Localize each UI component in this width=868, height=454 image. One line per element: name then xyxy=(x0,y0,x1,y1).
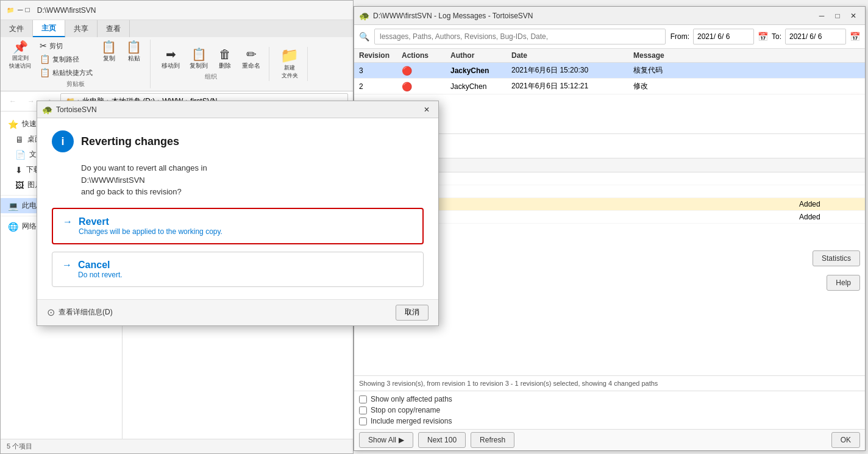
minimize-btn[interactable]: ─ xyxy=(18,5,23,15)
dialog-message: Do you want to revert all changes in D:\… xyxy=(81,162,424,198)
new-folder-btn[interactable]: 📁 新建文件夹 xyxy=(277,47,302,81)
pin-icon: 📌 xyxy=(13,41,28,53)
checkbox-stop-copy[interactable] xyxy=(359,406,367,414)
checkbox-merged-label: Include merged revisions xyxy=(371,417,452,425)
from-label: From: xyxy=(671,32,689,41)
copy-icon: 📋 xyxy=(101,41,116,53)
paste-shortcut-btn[interactable]: 📋 粘贴快捷方式 xyxy=(37,66,95,79)
pin-btn[interactable]: 📌 固定到快速访问 xyxy=(5,40,35,71)
ok-btn[interactable]: OK xyxy=(831,432,860,448)
dialog-close-btn[interactable]: ✕ xyxy=(420,103,433,116)
date-calendar-to[interactable]: 📅 xyxy=(850,32,860,41)
folder-icon: 📁 xyxy=(5,5,15,15)
help-btn[interactable]: Help xyxy=(827,275,860,291)
next-100-btn[interactable]: Next 100 xyxy=(418,432,466,448)
rename-btn[interactable]: ✏ 重命名 xyxy=(238,47,264,71)
downloads-icon: ⬇ xyxy=(15,165,23,175)
restore-btn[interactable]: □ xyxy=(26,5,30,15)
show-all-btn[interactable]: Show All ▶ xyxy=(359,432,413,448)
copy-btn[interactable]: 📋 复制 xyxy=(98,40,120,64)
cancel-close-btn[interactable]: 取消 xyxy=(396,305,429,321)
organize-group-label: 组织 xyxy=(205,73,217,81)
revert-sub-text: Changes will be applied to the working c… xyxy=(79,227,413,236)
paste-icon: 📋 xyxy=(126,41,141,53)
explorer-title: D:\WWW\firstSVN xyxy=(37,6,96,15)
ribbon-group-organize: ➡ 移动到 📋 复制到 🗑 删除 ✏ 重命名 xyxy=(158,47,269,81)
delete-label: 删除 xyxy=(219,62,231,70)
clipboard-items: 📌 固定到快速访问 ✂ 剪切 📋 复制路径 📋 xyxy=(5,40,145,79)
paste-shortcut-label: 粘贴快捷方式 xyxy=(52,68,93,77)
cancel-sub-text: Do not revert. xyxy=(78,271,413,279)
date-range: From: 📅 To: 📅 xyxy=(671,29,860,44)
col-revision-header: Revision xyxy=(359,51,402,60)
restore-window-btn[interactable]: □ xyxy=(831,9,844,23)
tab-share[interactable]: 共享 xyxy=(65,20,98,37)
checkbox-affected-paths[interactable] xyxy=(359,395,367,403)
svn-footer: Show All ▶ Next 100 Refresh OK xyxy=(354,429,865,450)
log-row-1[interactable]: 2 🔴 JackyChen 2021年6月6日 15:12:21 修改 xyxy=(354,79,865,94)
close-window-btn[interactable]: ✕ xyxy=(847,9,860,23)
move-btn[interactable]: ➡ 移动到 xyxy=(158,47,183,71)
svn-title-bar: 🐢 D:\WWW\firstSVN - Log Messages - Torto… xyxy=(354,7,865,25)
svn-status-text-area: Showing 3 revision(s), from revision 1 t… xyxy=(354,376,865,391)
sidebar-network-label: 网络 xyxy=(22,221,37,232)
path-name-1: /.hta... xyxy=(371,187,860,196)
log-date-1: 2021年6月6日 15:12:21 xyxy=(511,81,633,91)
search-icon: 🔍 xyxy=(359,32,369,41)
col-author-header: Author xyxy=(450,51,511,60)
dialog-msg-line3: and go back to this revision? xyxy=(81,186,424,198)
cut-icon: ✂ xyxy=(40,41,47,51)
thispc-icon: 💻 xyxy=(8,201,18,211)
to-date-input[interactable] xyxy=(785,29,846,44)
tab-file[interactable]: 文件 xyxy=(1,20,33,37)
details-label: 查看详细信息(D) xyxy=(59,307,113,317)
cut-label: 剪切 xyxy=(49,41,63,51)
copy2-label: 复制到 xyxy=(190,62,208,70)
rename-label: 重命名 xyxy=(242,62,260,70)
log-row-0[interactable]: 3 🔴 JackyChen 2021年6月6日 15:20:30 核复代码 xyxy=(354,63,865,79)
rename-icon: ✏ xyxy=(246,48,257,60)
tab-home[interactable]: 主页 xyxy=(33,20,65,37)
svn-title-icon: 🐢 xyxy=(359,11,369,21)
details-expand[interactable]: ⊙ 查看详细信息(D) xyxy=(47,307,113,318)
copy-path-btn[interactable]: 📋 复制路径 xyxy=(37,53,95,65)
tab-view[interactable]: 查看 xyxy=(98,20,130,37)
new-folder-icon: 📁 xyxy=(280,48,299,63)
minimize-window-btn[interactable]: ─ xyxy=(815,9,828,23)
pin-label: 固定到快速访问 xyxy=(9,54,31,70)
ribbon-group-clipboard: 📌 固定到快速访问 ✂ 剪切 📋 复制路径 📋 xyxy=(5,40,151,88)
copy2-btn[interactable]: 📋 复制到 xyxy=(186,47,212,71)
cancel-main-text: Cancel xyxy=(78,260,110,271)
log-date-0: 2021年6月6日 15:20:30 xyxy=(511,65,633,76)
dialog-header: i Reverting changes xyxy=(52,130,424,152)
copy-label: 复制 xyxy=(103,54,115,63)
dialog-body: i Reverting changes Do you want to rever… xyxy=(37,118,438,299)
copy-path-label: 复制路径 xyxy=(52,55,79,64)
from-date-input[interactable] xyxy=(693,29,754,44)
revert-arrow-icon: → xyxy=(63,216,73,227)
search-input[interactable] xyxy=(374,29,666,44)
move-label: 移动到 xyxy=(162,62,180,70)
back-btn[interactable]: ← xyxy=(5,94,20,108)
action-icon-1: 🔴 xyxy=(402,82,412,91)
log-msg-1: 修改 xyxy=(633,81,860,91)
paste-btn[interactable]: 📋 粘贴 xyxy=(123,40,145,64)
show-all-arrow: ▶ xyxy=(399,436,404,444)
revert-btn-row: → Revert xyxy=(63,216,413,227)
delete-btn[interactable]: 🗑 删除 xyxy=(214,47,236,71)
log-rev-0: 3 xyxy=(359,66,402,75)
move-icon: ➡ xyxy=(166,48,176,60)
statistics-btn[interactable]: Statistics xyxy=(813,250,860,266)
date-calendar-from[interactable]: 📅 xyxy=(758,32,768,41)
checkbox-merged[interactable] xyxy=(359,417,367,425)
ribbon: 文件 主页 共享 查看 📌 固定到快速访问 ✂ 剪切 xyxy=(1,20,353,91)
paste-label: 粘贴 xyxy=(128,54,140,63)
cut-btn[interactable]: ✂ 剪切 xyxy=(37,40,95,52)
delete-icon: 🗑 xyxy=(219,48,231,60)
revert-btn[interactable]: → Revert Changes will be applied to the … xyxy=(52,208,424,244)
refresh-btn[interactable]: Refresh xyxy=(471,432,514,448)
svn-window-title: D:\WWW\firstSVN - Log Messages - Tortois… xyxy=(373,12,533,20)
log-actions-0: 🔴 xyxy=(402,66,450,76)
cancel-action-btn[interactable]: → Cancel Do not revert. xyxy=(52,252,424,287)
log-actions-1: 🔴 xyxy=(402,82,450,91)
